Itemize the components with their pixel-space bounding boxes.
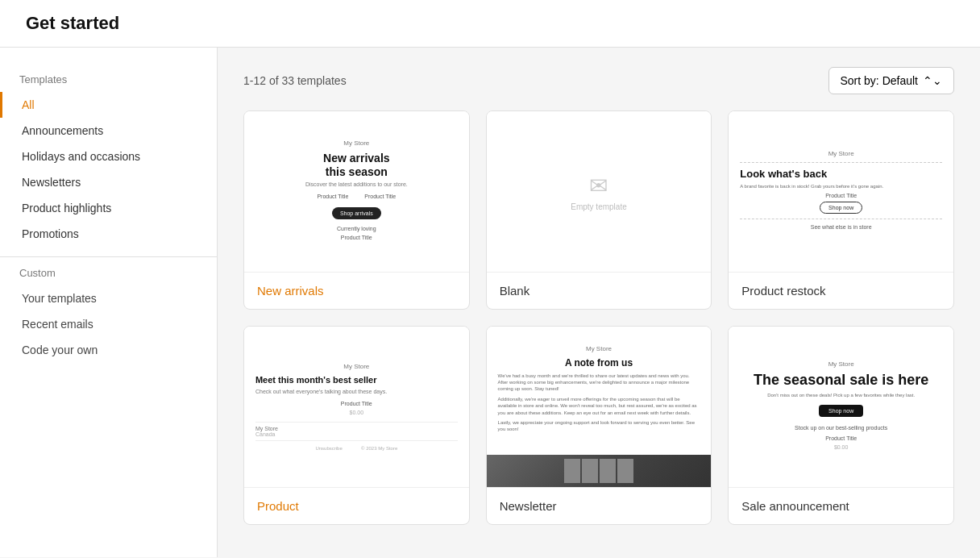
page-header: Get started bbox=[0, 0, 980, 48]
template-preview-product-restock: My Store Look what's back A brand favori… bbox=[729, 111, 953, 273]
sort-button[interactable]: Sort by: Default ⌃⌄ bbox=[828, 67, 955, 94]
template-preview-newsletter: My Store A note from us We've had a busy… bbox=[487, 327, 712, 488]
template-label-product: Product bbox=[244, 488, 469, 524]
template-label-blank: Blank bbox=[487, 273, 712, 309]
template-label-new-arrivals: New arrivals bbox=[244, 273, 469, 309]
main-layout: Templates All Announcements Holidays and… bbox=[0, 48, 980, 557]
template-label-product-restock: Product restock bbox=[729, 273, 953, 309]
sidebar-divider bbox=[0, 256, 217, 257]
template-card-product-restock[interactable]: My Store Look what's back A brand favori… bbox=[728, 110, 954, 310]
page-title: Get started bbox=[26, 13, 119, 33]
sidebar-item-holidays[interactable]: Holidays and occasions bbox=[0, 144, 217, 169]
sidebar: Templates All Announcements Holidays and… bbox=[0, 48, 218, 557]
sort-label: Sort by: Default bbox=[841, 74, 919, 87]
sidebar-item-promotions[interactable]: Promotions bbox=[0, 221, 217, 247]
template-preview-new-arrivals: My Store New arrivalsthis season Discove… bbox=[244, 111, 469, 273]
sidebar-item-your-templates[interactable]: Your templates bbox=[0, 285, 217, 311]
newsletter-image-strip bbox=[487, 455, 712, 487]
template-preview-product: My Store Meet this month's best seller C… bbox=[244, 327, 469, 488]
sidebar-item-recent-emails[interactable]: Recent emails bbox=[0, 311, 217, 337]
sidebar-item-all[interactable]: All bbox=[0, 92, 217, 118]
template-card-newsletter[interactable]: My Store A note from us We've had a busy… bbox=[486, 326, 712, 525]
template-card-blank[interactable]: ✉ Empty template Blank bbox=[486, 110, 712, 310]
template-card-product[interactable]: My Store Meet this month's best seller C… bbox=[243, 326, 470, 525]
sidebar-item-code-your-own[interactable]: Code your own bbox=[0, 337, 217, 363]
sort-chevron-icon: ⌃⌄ bbox=[923, 74, 942, 87]
template-preview-sale-announcement: My Store The seasonal sale is here Don't… bbox=[729, 327, 953, 488]
template-preview-blank: ✉ Empty template bbox=[487, 111, 712, 273]
sidebar-item-announcements[interactable]: Announcements bbox=[0, 118, 217, 144]
sidebar-item-product-highlights[interactable]: Product highlights bbox=[0, 195, 217, 221]
sidebar-item-newsletters[interactable]: Newsletters bbox=[0, 169, 217, 195]
template-count: 1-12 of 33 templates bbox=[243, 74, 347, 87]
content-header: 1-12 of 33 templates Sort by: Default ⌃⌄ bbox=[243, 67, 954, 94]
templates-section-label: Templates bbox=[0, 73, 217, 92]
templates-grid: My Store New arrivalsthis season Discove… bbox=[243, 110, 954, 525]
template-card-sale-announcement[interactable]: My Store The seasonal sale is here Don't… bbox=[728, 326, 954, 525]
custom-section-label: Custom bbox=[0, 267, 217, 285]
template-card-new-arrivals[interactable]: My Store New arrivalsthis season Discove… bbox=[243, 110, 470, 310]
content-area: 1-12 of 33 templates Sort by: Default ⌃⌄… bbox=[218, 48, 980, 557]
template-label-sale-announcement: Sale announcement bbox=[729, 488, 953, 524]
template-label-newsletter: Newsletter bbox=[487, 488, 712, 524]
